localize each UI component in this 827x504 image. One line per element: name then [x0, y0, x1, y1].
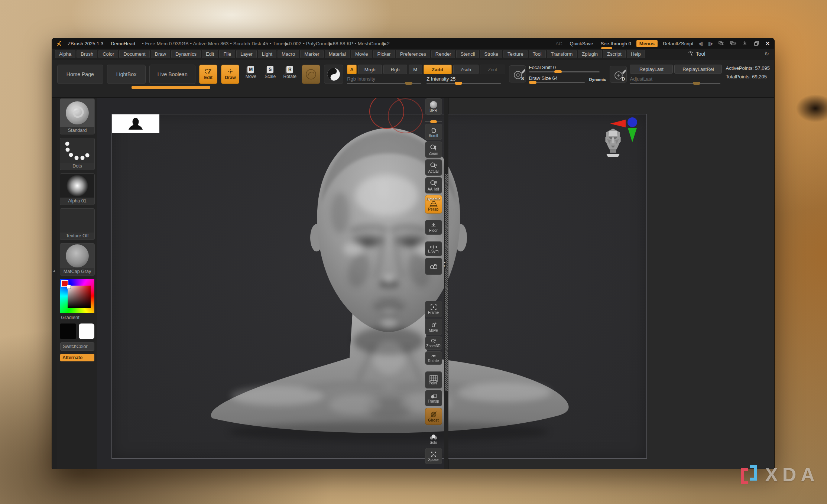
right-tray-divider[interactable]: ▸▸	[444, 98, 448, 469]
menu-item[interactable]: Render	[431, 50, 455, 58]
zadd-button[interactable]: Zadd	[424, 65, 452, 74]
menu-item[interactable]: Material	[325, 50, 350, 58]
menu-item[interactable]: Movie	[351, 50, 372, 58]
zoom-button[interactable]: Zoom	[425, 142, 442, 158]
menu-item[interactable]: Transform	[547, 50, 577, 58]
color-handle[interactable]	[67, 285, 71, 289]
rgb-button[interactable]: Rgb	[383, 65, 407, 74]
left-tray-divider[interactable]: ◂	[52, 98, 57, 469]
a-button[interactable]: A	[347, 65, 356, 74]
menu-item[interactable]: Dynamics	[171, 50, 201, 58]
rotate-doc-button[interactable]: Rotate	[425, 351, 442, 365]
menu-item[interactable]: Zplugin	[578, 50, 602, 58]
quicksave-button[interactable]: QuickSave	[568, 40, 596, 47]
m-button[interactable]: M	[409, 65, 422, 74]
switch-color-button[interactable]: SwitchColor	[60, 342, 94, 351]
menu-item[interactable]: Document	[119, 50, 149, 58]
main-color-swatch[interactable]	[60, 323, 76, 339]
document-canvas[interactable]	[111, 114, 647, 459]
actual-button[interactable]: x1 Actual	[425, 159, 442, 176]
stroke-button[interactable]: S	[509, 65, 526, 82]
live-boolean-button[interactable]: Live Boolean	[149, 65, 195, 84]
move-button[interactable]: M Move	[243, 65, 259, 79]
floor-button[interactable]: Floor	[425, 220, 442, 235]
replay-last-rel-button[interactable]: ReplayLastRel	[674, 65, 722, 74]
layout-next-icon[interactable]	[730, 40, 736, 46]
menu-item[interactable]: Draw	[151, 50, 170, 58]
tool-panel-header[interactable]: Tool	[688, 51, 706, 57]
rgb-intensity-slider[interactable]: Rgb Intensity	[347, 76, 421, 84]
current-material-button[interactable]	[324, 65, 343, 84]
edit-button[interactable]: Edit	[199, 65, 217, 84]
color-picker[interactable]	[60, 279, 94, 313]
camera-lock-button[interactable]	[425, 258, 442, 275]
refresh-icon[interactable]: ↻	[764, 51, 769, 57]
adjust-last-slider[interactable]: AdjustLast	[630, 76, 720, 84]
current-brush-button[interactable]	[302, 65, 320, 84]
secondary-color-swatch[interactable]	[79, 323, 94, 339]
menu-item[interactable]: Edit	[202, 50, 218, 58]
draw-button[interactable]: Draw	[221, 65, 239, 84]
matcap-gray-item[interactable]: MatCap Gray	[60, 243, 95, 276]
menu-item[interactable]: Help	[627, 50, 645, 58]
menu-item[interactable]: Brush	[77, 50, 97, 58]
divider-right-icon[interactable]: ||||▸	[708, 41, 713, 46]
scroll-button[interactable]: Scroll	[425, 124, 442, 140]
alpha-01-item[interactable]: Alpha 01	[60, 173, 95, 205]
stroke-dots-item[interactable]: Dots	[60, 138, 95, 170]
persp-button[interactable]: Dynamic Persp	[425, 195, 442, 214]
home-page-button[interactable]: Home Page	[57, 65, 103, 84]
menu-item[interactable]: Stroke	[480, 50, 502, 58]
sculpted-bust[interactable]	[184, 118, 586, 452]
zcut-button[interactable]: Zcut	[480, 65, 505, 74]
alternate-button[interactable]: Alternate	[60, 354, 94, 361]
rotate-button[interactable]: R Rotate	[282, 65, 298, 79]
close-icon[interactable]: ✕	[765, 40, 770, 46]
menu-item[interactable]: Alpha	[55, 50, 75, 58]
canvas-area[interactable]: ▲ ▼	[97, 98, 423, 469]
z-intensity-slider[interactable]: Z Intensity 25	[427, 76, 501, 84]
mrgb-button[interactable]: Mrgb	[358, 65, 382, 74]
menu-item[interactable]: Zscript	[603, 50, 626, 58]
dynamic-label[interactable]: Dynamic	[589, 77, 606, 82]
menu-item[interactable]: Stencil	[456, 50, 479, 58]
replay-last-button[interactable]: ReplayLast	[630, 65, 673, 74]
move-doc-button[interactable]: Move	[425, 319, 442, 335]
scale-button[interactable]: S Scale	[262, 65, 278, 79]
menu-item[interactable]: Picker	[373, 50, 395, 58]
menu-item[interactable]: Texture	[503, 50, 528, 58]
solo-button[interactable]: Solo	[425, 432, 442, 446]
bpr-button[interactable]: BPR	[425, 98, 442, 115]
see-through-slider[interactable]: See-through 0	[600, 41, 631, 46]
menu-item[interactable]: Marker	[300, 50, 323, 58]
zsub-button[interactable]: Zsub	[453, 65, 479, 74]
lsym-button[interactable]: L.Sym	[425, 241, 442, 256]
menu-item[interactable]: Macro	[278, 50, 299, 58]
lightbox-button[interactable]: LightBox	[107, 65, 146, 84]
texture-off-item[interactable]: Texture Off	[60, 208, 95, 240]
depth-button[interactable]: D	[610, 66, 627, 83]
menu-item[interactable]: Preferences	[396, 50, 430, 58]
saturation-square[interactable]	[68, 286, 91, 308]
brush-standard-item[interactable]: Standard	[60, 98, 95, 134]
menu-item[interactable]: Color	[98, 50, 118, 58]
restore-icon[interactable]	[753, 40, 760, 46]
draw-size-slider[interactable]: Draw Size 64	[529, 75, 585, 83]
menus-button[interactable]: Menus	[636, 40, 658, 47]
menu-item[interactable]: Tool	[529, 50, 546, 58]
menu-item[interactable]: File	[219, 50, 235, 58]
menu-item[interactable]: Light	[258, 50, 276, 58]
aahalf-button[interactable]: AAHalf	[425, 177, 442, 194]
zoom3d-button[interactable]: Zoom3D	[425, 336, 442, 350]
minimize-icon[interactable]	[742, 40, 748, 46]
divider-left-icon[interactable]: ◂||||	[698, 41, 703, 46]
xpose-button[interactable]: Xpose	[425, 448, 442, 464]
gradient-label[interactable]: Gradient	[61, 315, 80, 320]
ghost-button[interactable]: Ghost	[425, 408, 442, 425]
focal-shift-slider[interactable]: Focal Shift 0	[529, 65, 600, 72]
transp-button[interactable]: Transp	[425, 390, 442, 406]
default-zscript-label[interactable]: DefaultZScript	[663, 41, 693, 46]
frame-button[interactable]: Frame	[425, 301, 442, 317]
menu-item[interactable]: Layer	[236, 50, 257, 58]
polyf-button[interactable]: PolyF	[425, 371, 442, 388]
